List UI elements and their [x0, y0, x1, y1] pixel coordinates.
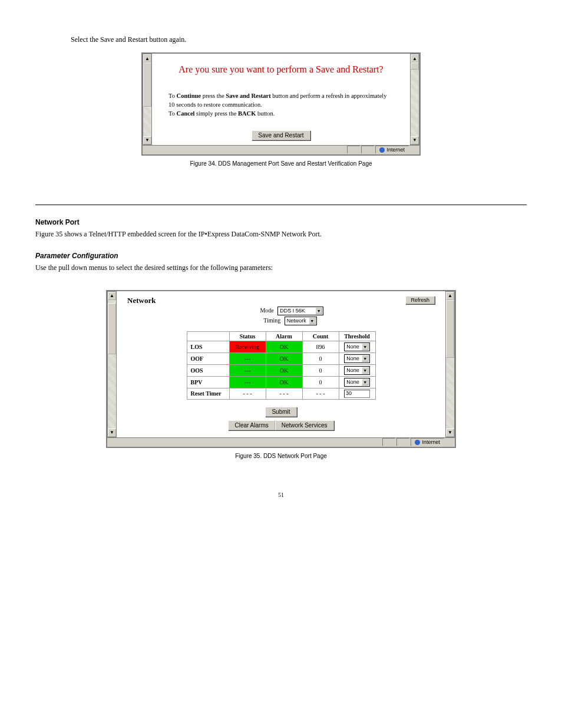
reset-timer-input[interactable]: 30	[344, 390, 370, 398]
alarm-cell: OK	[266, 376, 302, 388]
alarm-cell: OK	[266, 364, 302, 376]
network-port-intro: Figure 35 shows a Telnet/HTTP embedded s…	[35, 230, 527, 239]
right-scrollbar[interactable]: ▲ ▼	[445, 291, 455, 437]
count-cell: 896	[302, 341, 339, 353]
status-cell: ---	[229, 376, 266, 388]
table-header-row: Status Alarm Count Threshold	[187, 331, 375, 341]
row-label: Reset Timer	[187, 388, 229, 399]
figure-34-caption: Figure 34. DDS Management Port Save and …	[141, 160, 421, 167]
chevron-down-icon: ▼	[362, 378, 369, 386]
alarm-cell: - - -	[266, 388, 302, 399]
refresh-button[interactable]: Refresh	[405, 296, 435, 304]
scroll-down-icon[interactable]: ▼	[143, 136, 151, 144]
count-cell: 0	[302, 353, 339, 364]
status-cell: Receiving	[229, 341, 266, 353]
table-row: BPV --- OK 0 None ▼	[187, 376, 375, 388]
figure-35-caption: Figure 35. DDS Network Port Page	[106, 453, 456, 459]
count-cell: 0	[302, 376, 339, 388]
status-cell: ---	[229, 364, 266, 376]
threshold-select[interactable]: None ▼	[344, 366, 370, 375]
network-table: Status Alarm Count Threshold LOS Receivi…	[187, 331, 376, 400]
col-threshold: Threshold	[339, 331, 375, 341]
row-label: BPV	[187, 376, 229, 388]
chevron-down-icon: ▼	[315, 307, 322, 314]
count-cell: - - -	[302, 388, 339, 399]
col-status: Status	[229, 331, 266, 341]
globe-icon	[379, 147, 385, 153]
confirm-instructions: To Continue press the Save and Restart b…	[168, 91, 394, 118]
network-title: Network	[127, 296, 156, 305]
page-number: 51	[0, 492, 562, 498]
row-label: LOS	[187, 341, 229, 353]
row-label: OOS	[187, 364, 229, 376]
save-restart-preface: Select the Save and Restart button again…	[71, 35, 491, 44]
status-bar: Internet	[107, 437, 455, 447]
scroll-down-icon[interactable]: ▼	[108, 429, 116, 437]
param-config-heading: Parameter Configuration	[35, 252, 527, 260]
status-internet: Internet	[411, 438, 444, 446]
network-services-button[interactable]: Network Services	[275, 420, 334, 430]
left-scrollbar[interactable]: ▲ ▼	[143, 54, 152, 145]
table-row: Reset Timer - - - - - - - - - 30	[187, 388, 375, 399]
scroll-up-icon[interactable]: ▲	[108, 292, 116, 300]
save-and-restart-button[interactable]: Save and Restart	[252, 130, 310, 140]
network-port-heading: Network Port	[35, 218, 527, 226]
chevron-down-icon: ▼	[309, 317, 316, 324]
timing-label: Timing	[245, 317, 280, 324]
param-config-intro: Use the pull down menus to select the de…	[35, 263, 527, 272]
status-bar: Internet	[143, 145, 419, 154]
row-label: OOF	[187, 353, 229, 364]
globe-icon	[415, 440, 420, 445]
section-divider	[35, 205, 527, 205]
scroll-down-icon[interactable]: ▼	[446, 429, 454, 437]
confirm-title: Are you sure you want to perform a Save …	[168, 64, 394, 75]
col-alarm: Alarm	[266, 331, 302, 341]
table-row: OOF --- OK 0 None ▼	[187, 353, 375, 364]
scroll-down-icon[interactable]: ▼	[411, 136, 419, 144]
left-scrollbar[interactable]: ▲ ▼	[107, 291, 117, 437]
timing-select[interactable]: Network ▼	[285, 317, 317, 325]
submit-button[interactable]: Submit	[265, 407, 296, 417]
resize-grip-icon[interactable]	[409, 146, 417, 154]
chevron-down-icon: ▼	[362, 343, 369, 350]
chevron-down-icon: ▼	[362, 367, 369, 374]
right-scrollbar[interactable]: ▲ ▼	[410, 54, 419, 145]
threshold-select[interactable]: None ▼	[344, 378, 370, 387]
table-row: LOS Receiving OK 896 None ▼	[187, 341, 375, 353]
col-count: Count	[302, 331, 339, 341]
status-cell: ---	[229, 353, 266, 364]
count-cell: 0	[302, 364, 339, 376]
status-cell: - - -	[229, 388, 266, 399]
col-blank	[187, 331, 229, 341]
network-port-window: ▲ ▼ Network Refresh Mode DDS I 56K ▼	[106, 290, 456, 448]
threshold-select[interactable]: None ▼	[344, 342, 370, 351]
status-internet: Internet	[375, 146, 409, 154]
resize-grip-icon[interactable]	[444, 438, 452, 446]
chevron-down-icon: ▼	[362, 355, 369, 362]
threshold-select[interactable]: None ▼	[344, 354, 370, 363]
alarm-cell: OK	[266, 341, 302, 353]
mode-label: Mode	[239, 307, 274, 314]
save-restart-dialog: ▲ ▼ Are you sure you want to perform a S…	[141, 52, 421, 156]
scroll-up-icon[interactable]: ▲	[446, 292, 454, 300]
scroll-up-icon[interactable]: ▲	[143, 54, 151, 62]
clear-alarms-button[interactable]: Clear Alarms	[228, 420, 275, 430]
scroll-up-icon[interactable]: ▲	[411, 54, 419, 62]
mode-select[interactable]: DDS I 56K ▼	[277, 307, 323, 315]
table-row: OOS --- OK 0 None ▼	[187, 364, 375, 376]
alarm-cell: OK	[266, 353, 302, 364]
